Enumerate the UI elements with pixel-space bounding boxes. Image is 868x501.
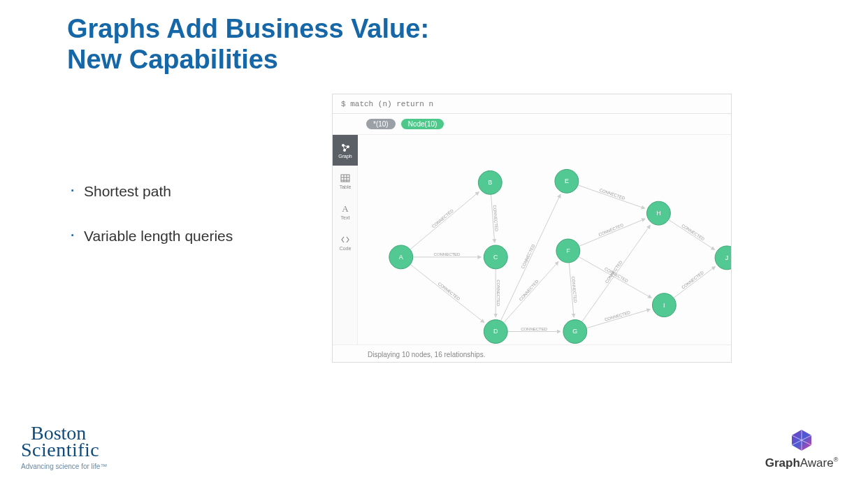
boston-tagline: Advancing science for life™ <box>21 463 161 470</box>
svg-point-23 <box>715 246 731 270</box>
graph-edge[interactable] <box>579 256 652 298</box>
status-bar: Displaying 10 nodes, 16 relationships. <box>333 344 731 363</box>
svg-text:G: G <box>572 328 577 335</box>
graph-edge[interactable] <box>669 219 715 249</box>
title-line-2: New Capabilities <box>67 45 278 74</box>
graph-edge[interactable] <box>410 264 484 322</box>
graph-node-I[interactable]: I <box>652 293 676 317</box>
sidebar-tab-text[interactable]: A Text <box>333 196 358 227</box>
query-bar[interactable]: $ match (n) return n <box>333 94 731 114</box>
edge-label: CONNECTED <box>434 252 461 256</box>
graph-node-B[interactable]: B <box>478 170 502 194</box>
edge-label: CONNECTED <box>437 282 461 302</box>
sidebar-tab-code[interactable]: Code <box>333 227 358 258</box>
svg-text:A: A <box>399 254 403 261</box>
result-pill-bar: *(10) Node(10) <box>333 114 731 135</box>
svg-text:F: F <box>566 247 570 254</box>
boston-scientific-logo: Boston Scientific Advancing science for … <box>21 425 161 470</box>
query-text: match (n) return n <box>350 100 433 108</box>
view-sidebar: Graph Table A Text Code <box>333 135 358 344</box>
edge-label: CONNECTED <box>521 243 536 269</box>
graph-node-E[interactable]: E <box>555 169 579 193</box>
text-icon: A <box>340 204 350 214</box>
edge-label: CONNECTED <box>431 208 454 228</box>
graph-node-A[interactable]: A <box>389 245 413 269</box>
svg-text:J: J <box>725 254 728 261</box>
title-line-1: Graphs Add Business Value: <box>67 14 429 43</box>
sidebar-tab-graph[interactable]: Graph <box>333 135 358 166</box>
edge-label: CONNECTED <box>598 223 625 237</box>
table-icon <box>340 173 350 183</box>
graph-edge[interactable] <box>410 192 479 249</box>
bullet-item: Shortest path <box>70 183 308 200</box>
graph-node-G[interactable]: G <box>563 320 587 344</box>
svg-text:E: E <box>565 177 569 184</box>
pill-all[interactable]: *(10) <box>366 119 396 129</box>
graph-browser-panel: $ match (n) return n *(10) Node(10) Grap… <box>332 94 732 363</box>
edge-label: CONNECTED <box>496 279 500 306</box>
graph-edge[interactable] <box>579 219 646 246</box>
sidebar-tab-table[interactable]: Table <box>333 166 358 196</box>
slide-title: Graphs Add Business Value: New Capabilit… <box>67 14 429 75</box>
graph-node-C[interactable]: C <box>484 245 507 269</box>
pill-node[interactable]: Node(10) <box>401 119 444 129</box>
svg-text:D: D <box>493 328 498 335</box>
graph-edge[interactable] <box>500 194 560 321</box>
svg-text:A: A <box>342 204 349 214</box>
svg-text:C: C <box>493 254 498 261</box>
edge-label: CONNECTED <box>681 224 706 242</box>
svg-text:B: B <box>488 179 492 186</box>
graph-node-D[interactable]: D <box>484 320 507 344</box>
graph-edge[interactable] <box>586 310 650 328</box>
graph-node-F[interactable]: F <box>556 239 580 263</box>
bullet-list: Shortest path Variable length queries <box>70 183 308 273</box>
graph-edge[interactable] <box>578 185 645 208</box>
svg-text:H: H <box>656 210 660 217</box>
panel-body: Graph Table A Text Code <box>333 135 731 344</box>
graph-node-H[interactable]: H <box>646 201 670 225</box>
bullet-item: Variable length queries <box>70 228 308 245</box>
graph-edge[interactable] <box>582 225 651 321</box>
svg-text:I: I <box>663 302 665 309</box>
code-icon <box>340 235 350 245</box>
graph-node-J[interactable]: J <box>715 246 731 270</box>
edge-label: CONNECTED <box>521 327 547 331</box>
graph-edge[interactable] <box>674 267 715 298</box>
edge-label: CONNECTED <box>681 270 704 290</box>
graph-icon <box>340 143 350 152</box>
hexagon-icon <box>790 428 813 452</box>
graph-edge[interactable] <box>504 262 558 323</box>
edge-label: CONNECTED <box>519 279 540 302</box>
query-prompt: $ <box>341 100 346 108</box>
graph-canvas[interactable]: CONNECTEDCONNECTEDCONNECTEDCONNECTEDCONN… <box>358 135 731 344</box>
graphaware-logo: GraphAware® <box>756 428 847 470</box>
status-text: Displaying 10 nodes, 16 relationships. <box>368 351 485 358</box>
